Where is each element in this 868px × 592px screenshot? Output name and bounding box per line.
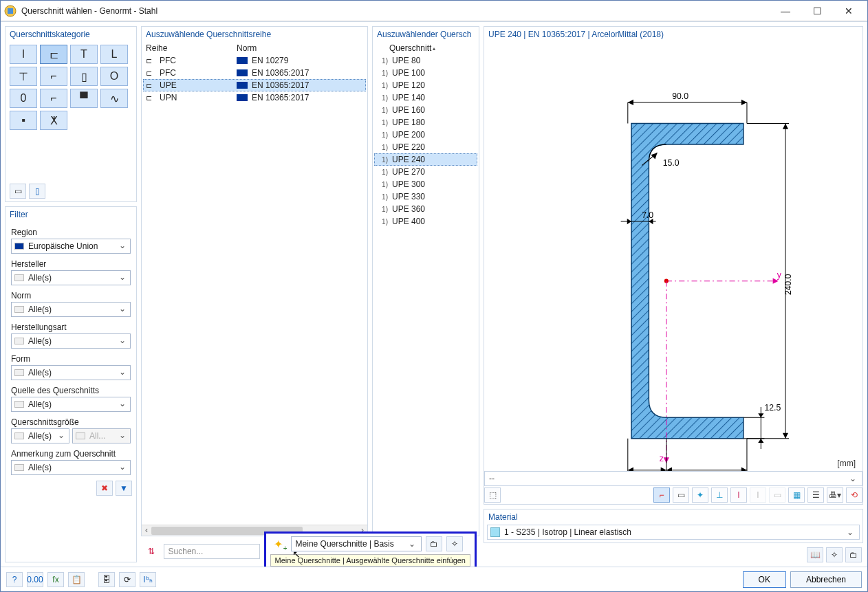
sections-col[interactable]: Querschnitt: [389, 43, 434, 53]
view-shear-button[interactable]: ⊥: [711, 487, 728, 503]
hersteller-select[interactable]: Alle(s): [11, 270, 131, 285]
section-row[interactable]: 1)UPE 330: [374, 190, 477, 203]
copy-button[interactable]: 📋: [68, 572, 85, 587]
quelle-select[interactable]: Alle(s): [11, 397, 131, 412]
section-row[interactable]: 1)UPE 100: [374, 67, 477, 79]
ok-button[interactable]: OK: [743, 571, 786, 588]
section-row[interactable]: 1)UPE 200: [374, 129, 477, 141]
norm-label: Norm: [11, 291, 131, 300]
mid-bottom-bar: ⇅ Suchen... ✦+ Meine Querschnitte | Basi…: [141, 540, 479, 562]
search-input[interactable]: Suchen...: [164, 544, 260, 559]
series-list[interactable]: ⊏PFCEN 10279⊏PFCEN 10365:2017⊏UPEEN 1036…: [142, 54, 367, 525]
category-view2-button[interactable]: ▯: [29, 184, 45, 199]
section-row[interactable]: 1)UPE 240: [374, 153, 477, 166]
category-button-8[interactable]: 0: [10, 89, 37, 108]
category-button-11[interactable]: ∿: [100, 89, 128, 108]
reset-view-button[interactable]: ⟲: [846, 487, 862, 503]
series-col-reihe[interactable]: Reihe: [146, 43, 237, 53]
series-title: Auszuwählende Querschnittsreihe: [142, 27, 367, 42]
stress-point-button[interactable]: ⬚: [484, 487, 501, 503]
series-row[interactable]: ⊏PFCEN 10365:2017: [143, 67, 366, 79]
view-dims-button[interactable]: ▭: [673, 487, 689, 503]
category-button-9[interactable]: ⌐: [40, 89, 67, 108]
unit-label: [mm]: [837, 459, 856, 468]
favorites-add-button[interactable]: ✦+: [270, 536, 287, 551]
material-select[interactable]: 1 - S235 | Isotrop | Linear elastisch: [487, 525, 860, 540]
note-select[interactable]: Alle(s): [11, 460, 131, 475]
new-material-button[interactable]: ✧: [826, 547, 843, 562]
category-button-16[interactable]: ⵅ: [40, 111, 67, 130]
section-row[interactable]: 1)UPE 80: [374, 54, 477, 67]
iprofile-button[interactable]: Iᵇₕ: [140, 572, 156, 587]
view-i-button[interactable]: I: [730, 487, 747, 503]
series-row[interactable]: ⊏UPEEN 10365:2017: [143, 79, 366, 91]
sections-list[interactable]: 1)UPE 801)UPE 1001)UPE 1201)UPE 1401)UPE…: [373, 54, 479, 536]
preview-canvas[interactable]: 90.0 15.0 7.0 240.0: [484, 42, 862, 471]
section-row[interactable]: 1)UPE 400: [374, 215, 477, 228]
view-principal-button[interactable]: ✦: [692, 487, 708, 503]
print-button[interactable]: 🖶▾: [827, 487, 843, 503]
section-row[interactable]: 1)UPE 300: [374, 178, 477, 190]
category-button-0[interactable]: I: [10, 45, 37, 64]
library-button[interactable]: 📖: [807, 547, 823, 562]
series-row[interactable]: ⊏UPNEN 10365:2017: [143, 91, 366, 104]
region-label: Region: [11, 228, 131, 237]
section-row[interactable]: 1)UPE 360: [374, 203, 477, 215]
category-button-4[interactable]: ⊤: [10, 67, 37, 86]
category-button-3[interactable]: L: [100, 45, 128, 64]
material-panel: Material 1 - S235 | Isotrop | Linear ela…: [484, 509, 863, 543]
category-button-1[interactable]: ⊏: [40, 45, 67, 64]
note-label: Anmerkung zum Querschnitt: [11, 449, 131, 459]
filter-clear-button[interactable]: ✖: [96, 481, 113, 496]
hersteller-label: Hersteller: [11, 259, 131, 269]
cancel-button[interactable]: Abbrechen: [790, 571, 862, 588]
series-col-norm[interactable]: Norm: [237, 43, 257, 53]
category-button-5[interactable]: ⌐: [40, 67, 67, 86]
form-label: Form: [11, 354, 131, 364]
category-view1-button[interactable]: ▭: [10, 184, 26, 199]
section-row[interactable]: 1)UPE 120: [374, 79, 477, 91]
minimize-button[interactable]: —: [770, 1, 801, 21]
category-button-7[interactable]: O: [100, 67, 128, 86]
favorites-folder-button[interactable]: 🗀: [426, 536, 442, 551]
section-row[interactable]: 1)UPE 140: [374, 91, 477, 104]
art-label: Herstellungsart: [11, 322, 131, 332]
database-button[interactable]: 🗄: [98, 572, 115, 587]
close-button[interactable]: ✕: [833, 1, 865, 21]
filter-apply-button[interactable]: ▼: [116, 481, 132, 496]
svg-text:y: y: [777, 270, 782, 280]
refresh-button[interactable]: ⟳: [119, 572, 135, 587]
series-row[interactable]: ⊏PFCEN 10279: [143, 54, 366, 67]
section-row[interactable]: 1)UPE 220: [374, 141, 477, 153]
help-button[interactable]: ?: [6, 572, 23, 587]
preview-info-select[interactable]: --: [484, 471, 862, 486]
favorites-highlight: ✦+ Meine Querschnitte | Basis 🗀 ✧ ↖ Mein…: [264, 531, 477, 567]
material-folder-button[interactable]: 🗀: [845, 547, 862, 562]
app-icon: [3, 4, 17, 18]
section-row[interactable]: 1)UPE 160: [374, 104, 477, 116]
category-button-6[interactable]: ▯: [70, 67, 98, 86]
svg-rect-1: [8, 8, 13, 14]
units-button[interactable]: 0.00: [27, 572, 43, 587]
category-button-12[interactable]: ▪: [10, 111, 37, 130]
size-select[interactable]: Alle(s): [11, 428, 69, 443]
preview-toolbar: ⬚ ⌐ ▭ ✦ ⊥ I I ▭ ▦ ☰ 🖶▾ ⟲: [484, 486, 862, 504]
category-button-10[interactable]: ▀: [70, 89, 98, 108]
view-grid-button[interactable]: ▦: [788, 487, 805, 503]
view-list-button[interactable]: ☰: [807, 487, 824, 503]
view-axes-button[interactable]: ⌐: [653, 487, 670, 503]
category-button-2[interactable]: T: [70, 45, 98, 64]
order-icon[interactable]: ⇅: [144, 544, 160, 559]
fx-button[interactable]: fx: [47, 572, 64, 587]
svg-text:90.0: 90.0: [672, 91, 688, 101]
region-select[interactable]: Europäische Union: [11, 239, 131, 254]
section-row[interactable]: 1)UPE 180: [374, 116, 477, 129]
norm-select[interactable]: Alle(s): [11, 302, 131, 317]
favorites-new-button[interactable]: ✧: [446, 536, 463, 551]
view-disabled1-button: I: [750, 487, 766, 503]
form-select[interactable]: Alle(s): [11, 365, 131, 380]
favorites-select[interactable]: Meine Querschnitte | Basis: [291, 536, 422, 551]
art-select[interactable]: Alle(s): [11, 333, 131, 349]
maximize-button[interactable]: ☐: [801, 1, 833, 21]
section-row[interactable]: 1)UPE 270: [374, 166, 477, 178]
